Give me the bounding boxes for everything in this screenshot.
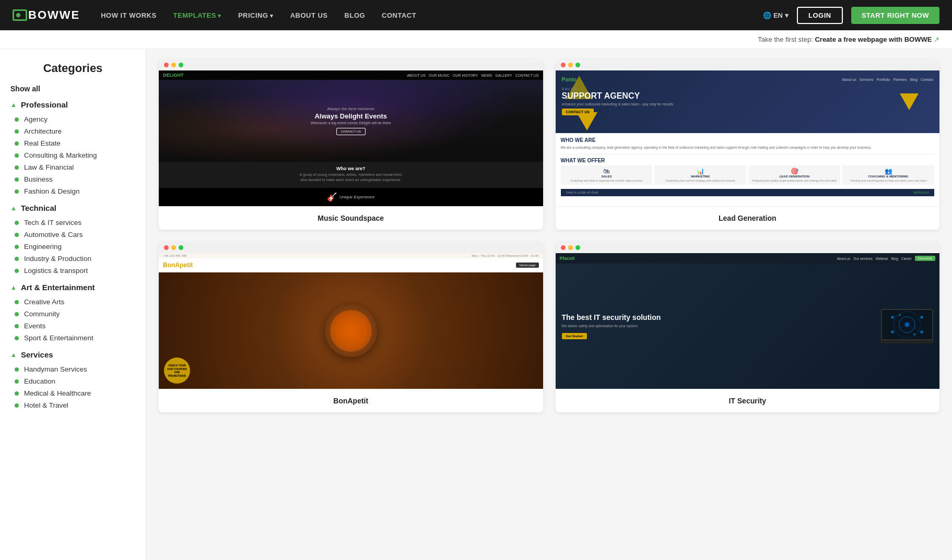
t1-section: Who we are? A group of young musicians, … xyxy=(159,162,543,188)
t2-offer-label: LEAD GENERATION xyxy=(750,175,838,178)
list-item[interactable]: Industry & Production xyxy=(15,253,135,265)
show-all-link[interactable]: Show all xyxy=(10,85,135,93)
browser-chrome xyxy=(556,242,940,253)
t1-contact-btn[interactable]: CONTACT US xyxy=(336,128,366,135)
category-group-technical: ▲ Technical Tech & IT services Automotiv… xyxy=(10,204,135,277)
t3-home-btn[interactable]: Home page xyxy=(516,263,538,268)
dot-icon xyxy=(15,379,19,384)
sidebar-title: Categories xyxy=(10,62,135,75)
dot-red xyxy=(561,245,566,250)
t2-offer-grid: 🛍 SALES Analysing and help to organise t… xyxy=(561,165,935,185)
t2-offer-text: Analysing your current strategy and outb… xyxy=(656,179,744,183)
list-item[interactable]: Automotive & Cars xyxy=(15,229,135,241)
dot-icon xyxy=(15,177,19,182)
login-button[interactable]: LOGIN xyxy=(797,7,843,24)
t2-offer-title: WHAT WE OFFER xyxy=(561,158,935,163)
category-group-header-services[interactable]: ▲ Services xyxy=(10,350,135,359)
t2-logo: Ponto xyxy=(562,77,577,82)
t2-nav-links: About us Services Portfolio Partners Blo… xyxy=(842,78,933,81)
list-item[interactable]: Community xyxy=(15,308,135,320)
list-item[interactable]: Business xyxy=(15,173,135,185)
t2-sales-label: SALES xyxy=(562,87,934,91)
dot-icon xyxy=(15,403,19,408)
promo-text: Take the first step: xyxy=(758,35,813,43)
list-item[interactable]: Engineering xyxy=(15,241,135,253)
category-group-header-art[interactable]: ▲ Art & Entertainment xyxy=(10,283,135,292)
t2-cta-btn[interactable]: CONTACT US xyxy=(562,109,594,115)
nav-contact[interactable]: CONTACT xyxy=(382,11,416,19)
list-item[interactable]: Creative Arts xyxy=(15,296,135,308)
list-item[interactable]: Handyman Services xyxy=(15,363,135,375)
dot-icon xyxy=(15,117,19,122)
template-card-music[interactable]: DELIGHT ABOUT US OUR MUSIC OUR HISTORY N… xyxy=(159,59,543,230)
category-label: Handyman Services xyxy=(24,365,87,373)
list-item[interactable]: Agency xyxy=(15,113,135,125)
chevron-down-icon: ▾ xyxy=(785,11,789,19)
t1-desc: Whenever a big event comes Delight will … xyxy=(311,121,391,125)
list-item[interactable]: Consulting & Marketing xyxy=(15,149,135,161)
t4-hero-btn[interactable]: Get Started xyxy=(562,333,587,339)
svg-point-12 xyxy=(900,317,914,332)
logo[interactable]: BOWWE xyxy=(13,8,80,22)
list-item[interactable]: Fashion & Design xyxy=(15,185,135,197)
list-item[interactable]: Real Estate xyxy=(15,137,135,149)
t4-nav-link: Our services xyxy=(853,257,872,260)
t4-nav-link: About us xyxy=(837,257,851,260)
language-selector[interactable]: 🌐 EN ▾ xyxy=(763,11,789,19)
nav-blog[interactable]: BLOG xyxy=(345,11,366,19)
category-label: Architecture xyxy=(24,127,62,135)
start-button[interactable]: START RIGHT NOW xyxy=(851,7,939,24)
nav-templates[interactable]: TEMPLATES xyxy=(173,11,221,19)
t1-nav: DELIGHT ABOUT US OUR MUSIC OUR HISTORY N… xyxy=(159,70,543,80)
svg-line-8 xyxy=(907,317,922,325)
t1-section-title: Who we are? xyxy=(163,166,539,171)
t3-logo-pre: Bon xyxy=(163,261,175,269)
t2-nav-link: Services xyxy=(860,78,874,81)
template-card-bon[interactable]: +48 123 456 789 Mon - Thu 10:00 - 22:00 … xyxy=(159,242,543,412)
list-item[interactable]: Hotel & Travel xyxy=(15,399,135,411)
network-svg xyxy=(882,310,932,339)
list-item[interactable]: Medical & Healthcare xyxy=(15,387,135,399)
category-group-header-technical[interactable]: ▲ Technical xyxy=(10,204,135,212)
t2-footer-link: SERVICES xyxy=(913,191,929,194)
list-item[interactable]: Tech & IT services xyxy=(15,217,135,229)
t2-offer-label: MARKETING xyxy=(656,175,744,178)
t3-overlay-text: CHECK YOUR OUR COUPONS AND PROMOTIONS xyxy=(166,364,188,377)
category-items-art: Creative Arts Community Events Sport & E… xyxy=(10,296,135,344)
browser-chrome xyxy=(159,242,543,253)
network-visualization xyxy=(882,310,932,339)
list-item[interactable]: Architecture xyxy=(15,125,135,137)
category-label: Tech & IT services xyxy=(24,219,81,227)
category-label: Medical & Healthcare xyxy=(24,389,91,397)
dot-green xyxy=(179,63,183,67)
svg-line-11 xyxy=(892,315,900,317)
promo-bar[interactable]: Take the first step: Create a free webpa… xyxy=(0,30,952,49)
t2-footer: TAKE A LOOK AT OUR SERVICES xyxy=(561,189,935,196)
t4-hero-sub: We deliver safety and optimisation for y… xyxy=(562,324,875,328)
nav-about-us[interactable]: ABOUT US xyxy=(290,11,328,19)
t4-laptop xyxy=(881,309,933,343)
list-item[interactable]: Education xyxy=(15,375,135,387)
list-item[interactable]: Logistics & transport xyxy=(15,265,135,277)
nav-pricing[interactable]: PRICING xyxy=(238,11,274,19)
category-group-header-professional[interactable]: ▲ Professional xyxy=(10,100,135,109)
list-item[interactable]: Events xyxy=(15,320,135,332)
template-preview-bon: +48 123 456 789 Mon - Thu 10:00 - 22:00 … xyxy=(159,253,543,389)
category-label: Community xyxy=(24,310,60,318)
template-label-it: IT Security xyxy=(556,389,940,412)
template-card-it[interactable]: Placeit About us Our services Webinar Bl… xyxy=(556,242,940,412)
t3-hero: CHECK YOUR OUR COUPONS AND PROMOTIONS xyxy=(159,272,543,389)
category-label: Sport & Entertainment xyxy=(24,334,93,342)
t4-demo-btn[interactable]: Demo/trial xyxy=(915,256,935,261)
dot-yellow xyxy=(568,63,573,67)
t2-offer-text: Analysing the quality of generated leads… xyxy=(750,179,838,183)
svg-point-6 xyxy=(913,333,915,336)
nav-how-it-works[interactable]: HOW IT WORKS xyxy=(101,11,156,19)
list-item[interactable]: Law & Financial xyxy=(15,161,135,173)
category-label: Hotel & Travel xyxy=(24,401,68,409)
t3-top-bar: +48 123 456 789 Mon - Thu 10:00 - 22:00 … xyxy=(159,253,543,258)
list-item[interactable]: Sport & Entertainment xyxy=(15,332,135,344)
dot-icon xyxy=(15,165,19,170)
template-card-lead[interactable]: Ponto About us Services Portfolio Partne… xyxy=(556,59,940,230)
header: BOWWE HOW IT WORKS TEMPLATES PRICING ABO… xyxy=(0,0,952,30)
